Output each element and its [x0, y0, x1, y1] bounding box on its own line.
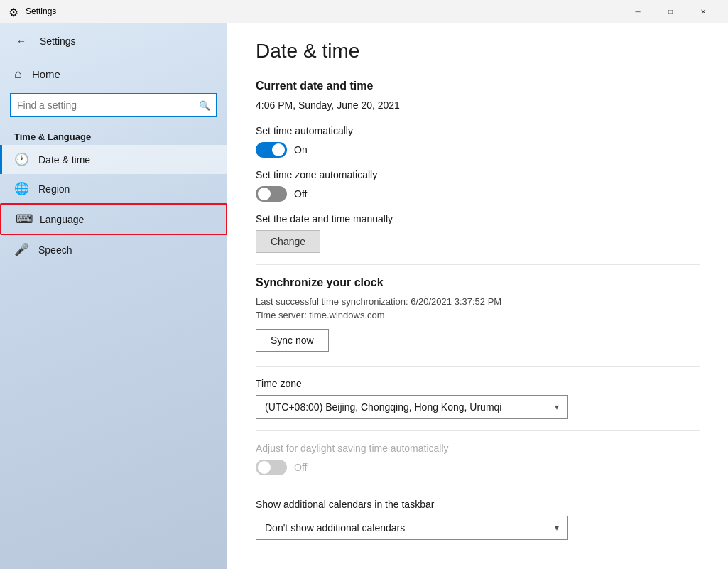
sidebar-item-date-time[interactable]: 🕐 Date & time [0, 145, 227, 174]
timezone-value: (UTC+08:00) Beijing, Chongqing, Hong Kon… [265, 401, 501, 413]
globe-icon: 🌐 [14, 181, 28, 196]
daylight-toggle-row: Off [256, 460, 700, 475]
set-time-auto-label: Set time automatically [256, 125, 700, 136]
sync-last-detail: Last successful time synchronization: 6/… [256, 296, 700, 307]
search-input[interactable] [17, 99, 199, 111]
maximize-button[interactable]: □ [654, 0, 687, 23]
clock-icon: 🕐 [14, 152, 28, 167]
titlebar-title: Settings [26, 6, 621, 16]
daylight-label: Adjust for daylight saving time automati… [256, 443, 700, 454]
chevron-down-icon: ▾ [555, 402, 559, 412]
set-timezone-auto-row: Set time zone automatically Off [256, 169, 700, 202]
nav-label-speech: Speech [38, 244, 72, 256]
back-button[interactable]: ← [11, 31, 31, 51]
sync-now-button[interactable]: Sync now [256, 329, 329, 352]
nav-label-date-time: Date & time [38, 154, 90, 166]
nav-label-language: Language [40, 214, 84, 225]
sidebar: ← Settings ⌂ Home 🔍 Time & Language 🕐 Da… [0, 23, 227, 569]
home-icon: ⌂ [14, 67, 22, 82]
taskbar-calendars-label: Show additional calendars in the taskbar [256, 499, 700, 510]
divider-2 [256, 366, 700, 367]
taskbar-calendars-value: Don't show additional calendars [265, 522, 405, 533]
sidebar-item-language[interactable]: ⌨ Language [0, 203, 227, 235]
divider-3 [256, 430, 700, 431]
sync-section-title: Synchronize your clock [256, 276, 700, 289]
set-timezone-auto-toggle[interactable] [256, 186, 287, 202]
app-window: ← Settings ⌂ Home 🔍 Time & Language 🕐 Da… [0, 23, 728, 569]
page-title: Date & time [256, 40, 700, 63]
minimize-button[interactable]: ─ [621, 0, 654, 23]
close-button[interactable]: ✕ [687, 0, 719, 23]
section-label: Time & Language [0, 126, 227, 145]
sidebar-app-title: Settings [40, 36, 76, 47]
sync-section: Synchronize your clock Last successful t… [256, 276, 700, 352]
set-time-auto-toggle-row: On [256, 142, 700, 158]
search-icon: 🔍 [199, 100, 210, 111]
set-manually-label: Set the date and time manually [256, 213, 700, 224]
taskbar-calendars-dropdown[interactable]: Don't show additional calendars ▾ [256, 516, 568, 540]
set-time-auto-row: Set time automatically On [256, 125, 700, 158]
home-label: Home [32, 68, 60, 80]
set-timezone-auto-toggle-row: Off [256, 186, 700, 202]
timezone-dropdown[interactable]: (UTC+08:00) Beijing, Chongqing, Hong Kon… [256, 395, 568, 419]
set-timezone-auto-label: Set time zone automatically [256, 169, 700, 180]
sidebar-nav-top: ← Settings [0, 23, 227, 60]
sync-server-detail: Time server: time.windows.com [256, 310, 700, 320]
current-date-section-title: Current date and time [256, 80, 700, 92]
daylight-state: Off [294, 462, 307, 473]
change-button[interactable]: Change [256, 230, 320, 253]
sidebar-item-home[interactable]: ⌂ Home [0, 60, 227, 89]
set-timezone-auto-state: Off [294, 188, 307, 200]
set-time-auto-state: On [294, 144, 308, 156]
toggle-knob-time-auto [272, 143, 285, 156]
set-manually-row: Set the date and time manually Change [256, 213, 700, 253]
chevron-down-icon-2: ▾ [555, 523, 559, 533]
set-time-auto-toggle[interactable] [256, 142, 287, 158]
search-container: 🔍 [0, 89, 227, 126]
sidebar-item-speech[interactable]: 🎤 Speech [0, 235, 227, 264]
taskbar-calendars-row: Show additional calendars in the taskbar… [256, 499, 700, 540]
current-datetime-value: 4:06 PM, Sunday, June 20, 2021 [256, 99, 700, 111]
settings-app-icon: ⚙ [9, 6, 20, 17]
back-icon: ← [16, 36, 26, 47]
divider-4 [256, 487, 700, 487]
timezone-row: Time zone (UTC+08:00) Beijing, Chongqing… [256, 378, 700, 419]
nav-label-region: Region [38, 183, 70, 195]
toggle-knob-daylight [258, 461, 271, 474]
search-box: 🔍 [10, 93, 217, 117]
daylight-row: Adjust for daylight saving time automati… [256, 443, 700, 475]
content-area: Date & time Current date and time 4:06 P… [227, 23, 728, 569]
divider-1 [256, 264, 700, 265]
timezone-label: Time zone [256, 378, 700, 389]
sidebar-item-region[interactable]: 🌐 Region [0, 174, 227, 203]
titlebar: ⚙ Settings ─ □ ✕ [0, 0, 728, 23]
toggle-knob-timezone-auto [258, 188, 271, 200]
daylight-toggle[interactable] [256, 460, 287, 475]
microphone-icon: 🎤 [14, 242, 28, 257]
language-icon: ⌨ [16, 212, 30, 227]
window-controls: ─ □ ✕ [621, 0, 719, 23]
